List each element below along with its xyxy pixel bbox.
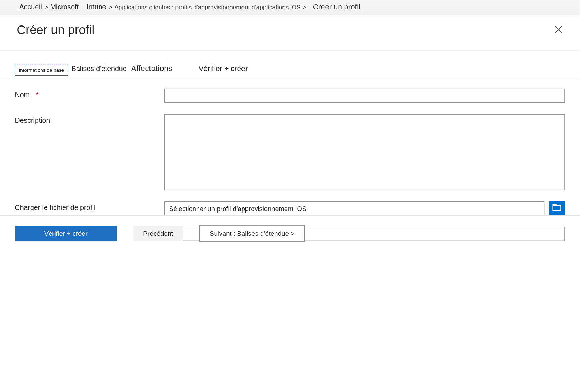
tab-assignments[interactable]: Affectations	[130, 61, 173, 79]
name-input[interactable]	[164, 89, 565, 103]
next-button[interactable]: Suivant : Balises d'étendue >	[199, 225, 305, 242]
label-description: Description	[15, 114, 164, 125]
breadcrumb-sep: >	[303, 4, 307, 11]
required-star: *	[36, 91, 39, 99]
file-browse-button[interactable]	[549, 201, 565, 215]
breadcrumb-item-intune[interactable]: Intune	[87, 3, 106, 11]
breadcrumb-current: Créer un profil	[313, 3, 360, 11]
tab-review-create[interactable]: Vérifier + créer	[198, 62, 249, 78]
breadcrumb-item-microsoft[interactable]: Microsoft	[50, 3, 79, 11]
close-button[interactable]	[552, 24, 565, 36]
wizard-footer: Vérifier + créer Précédent Suivant : Bal…	[0, 215, 580, 257]
label-name: Nom*	[15, 89, 164, 99]
breadcrumb: Accueil > Microsoft Intune > Application…	[0, 0, 580, 15]
breadcrumb-item-apps[interactable]: Applications clientes : profils d'approv…	[114, 4, 300, 11]
breadcrumb-sep: >	[109, 3, 112, 11]
svg-rect-2	[553, 205, 561, 211]
file-picker-display[interactable]: Sélectionner un profil d'approvisionneme…	[164, 201, 544, 215]
folder-icon	[552, 204, 561, 213]
breadcrumb-item-accueil[interactable]: Accueil	[19, 3, 42, 11]
breadcrumb-sep: >	[44, 3, 48, 11]
review-create-button[interactable]: Vérifier + créer	[15, 226, 117, 241]
tab-basics[interactable]: Informations de base	[15, 64, 68, 76]
previous-button[interactable]: Précédent	[133, 226, 183, 241]
tab-scope-tags[interactable]: Balises d'étendue	[70, 62, 128, 78]
description-textarea[interactable]	[164, 114, 565, 190]
label-file: Charger le fichier de profil	[15, 201, 164, 212]
close-icon	[554, 25, 563, 36]
page-title: Créer un profil	[17, 23, 95, 37]
wizard-tabs: Informations de base Balises d'étendue A…	[0, 51, 580, 79]
